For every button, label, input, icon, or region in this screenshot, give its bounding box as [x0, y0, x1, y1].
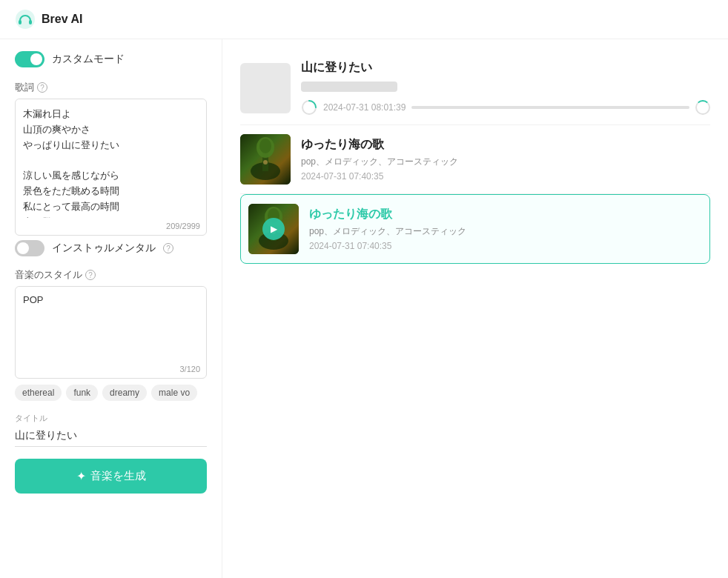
tag-funk[interactable]: funk	[66, 385, 98, 401]
tag-dreamy[interactable]: dreamy	[102, 385, 147, 401]
song-date-2: 2024-07-31 07:40:35	[301, 171, 710, 182]
song-meta-1: 2024-07-31 08:01:39	[301, 99, 710, 116]
svg-point-0	[16, 10, 35, 29]
style-textarea[interactable]	[16, 287, 206, 361]
instrumental-label: インストゥルメンタル	[52, 242, 156, 255]
generate-btn-icon: ✦	[76, 469, 86, 483]
song-thumb-3: ▶	[248, 204, 299, 254]
app-header: Brev AI	[0, 0, 728, 39]
song-card-1[interactable]: 山に登りたい 2024-07-31 08:01:39	[240, 51, 710, 125]
lyrics-textarea-wrapper: 209/2999	[15, 99, 207, 236]
title-input[interactable]	[15, 425, 207, 447]
song-info-1: 山に登りたい 2024-07-31 08:01:39	[301, 60, 710, 116]
song-thumb-1	[240, 63, 291, 113]
svg-point-9	[263, 160, 268, 165]
style-char-count: 3/120	[16, 363, 206, 378]
style-help-icon[interactable]: ?	[85, 270, 96, 280]
song-info-3: ゆったり海の歌 pop、メロディック、アコースティック 2024-07-31 0…	[309, 207, 702, 251]
song-title-2: ゆったり海の歌	[301, 137, 710, 153]
right-panel: 山に登りたい 2024-07-31 08:01:39	[222, 39, 728, 578]
song-title-1: 山に登りたい	[301, 60, 710, 76]
instrumental-toggle[interactable]	[15, 240, 44, 256]
song-date-3: 2024-07-31 07:40:35	[309, 241, 702, 251]
title-field-wrapper: タイトル	[15, 413, 207, 447]
tag-male-vo[interactable]: male vo	[151, 385, 197, 401]
tags-row: ethereal funk dreamy male vo	[15, 385, 207, 401]
song-loading-bar-top	[301, 82, 397, 92]
custom-mode-label: カスタムモード	[52, 53, 125, 66]
loading-spinner	[695, 100, 710, 115]
song-tags-2: pop、メロディック、アコースティック	[301, 156, 710, 168]
song-title-3: ゆったり海の歌	[309, 207, 702, 222]
song-thumb-2	[240, 134, 291, 185]
generate-btn-label: 音楽を生成	[90, 469, 146, 483]
lyrics-char-count: 209/2999	[16, 220, 206, 235]
progress-icon	[301, 99, 317, 116]
tag-ethereal[interactable]: ethereal	[15, 385, 62, 401]
lyrics-textarea[interactable]	[16, 99, 206, 218]
svg-rect-2	[29, 20, 32, 24]
instrumental-row: インストゥルメンタル ?	[15, 240, 207, 256]
song-card-2[interactable]: ゆったり海の歌 pop、メロディック、アコースティック 2024-07-31 0…	[240, 125, 710, 194]
svg-point-8	[259, 139, 271, 153]
main-layout: カスタムモード 歌詞 ? 209/2999 インストゥルメンタル ? 音楽のスタ…	[0, 39, 728, 578]
thumb-art-2	[240, 134, 291, 185]
lyrics-help-icon[interactable]: ?	[37, 82, 47, 93]
song-loading-progress-bar	[411, 106, 689, 109]
instrumental-help-icon[interactable]: ?	[163, 243, 173, 253]
app-logo-icon	[15, 9, 36, 30]
svg-rect-1	[19, 20, 21, 24]
lyrics-section-label: 歌詞 ?	[15, 81, 207, 94]
custom-mode-row: カスタムモード	[15, 51, 207, 67]
song-card-3[interactable]: ▶ ゆったり海の歌 pop、メロディック、アコースティック 2024-07-31…	[240, 194, 710, 264]
custom-mode-toggle[interactable]	[15, 51, 44, 67]
song-info-2: ゆったり海の歌 pop、メロディック、アコースティック 2024-07-31 0…	[301, 137, 710, 182]
style-textarea-wrapper: 3/120	[15, 286, 207, 379]
generate-button[interactable]: ✦ 音楽を生成	[15, 459, 207, 494]
left-panel: カスタムモード 歌詞 ? 209/2999 インストゥルメンタル ? 音楽のスタ…	[0, 39, 222, 578]
song-tags-3: pop、メロディック、アコースティック	[309, 225, 702, 238]
style-section-label: 音楽のスタイル ?	[15, 268, 207, 282]
play-button-3[interactable]: ▶	[262, 218, 285, 240]
app-title: Brev AI	[42, 13, 82, 26]
title-label: タイトル	[15, 413, 207, 424]
